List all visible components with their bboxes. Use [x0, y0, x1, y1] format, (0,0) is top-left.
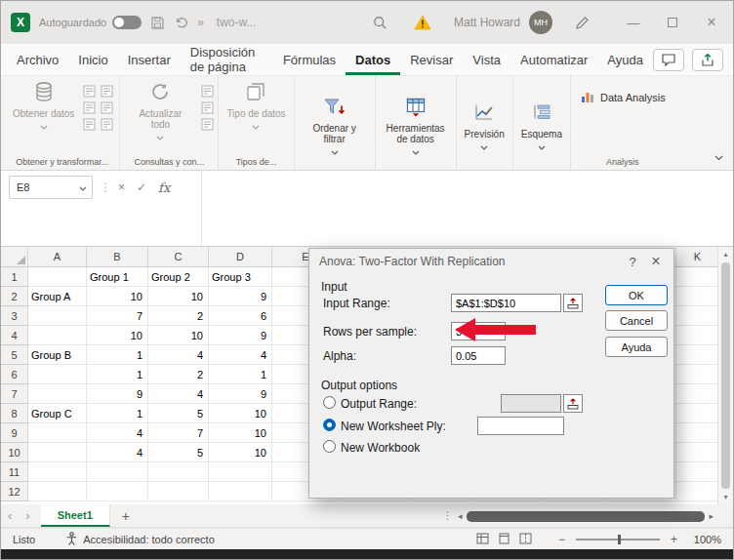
cell-K7[interactable]: [676, 384, 717, 404]
column-header-C[interactable]: C: [148, 247, 209, 267]
cell-B11[interactable]: [87, 462, 148, 482]
menu-tab-automatizar[interactable]: Automatizar: [510, 44, 597, 75]
cell-B8[interactable]: 1: [87, 404, 148, 423]
from-table-icon[interactable]: [83, 85, 98, 98]
cell-K4[interactable]: [676, 326, 717, 345]
cell-K2[interactable]: [676, 287, 717, 306]
cell-A9[interactable]: [28, 423, 87, 443]
cell-A10[interactable]: [28, 443, 87, 462]
cell-A1[interactable]: [28, 267, 87, 287]
insert-function-icon[interactable]: fx: [158, 180, 170, 195]
row-header-1[interactable]: 1: [1, 267, 28, 287]
horizontal-scroll-thumb[interactable]: [467, 511, 706, 522]
menu-tab-insertar[interactable]: Insertar: [118, 44, 181, 75]
menu-tab-datos[interactable]: Datos: [346, 44, 400, 75]
menu-tab-revisar[interactable]: Revisar: [400, 44, 463, 75]
cell-B5[interactable]: 1: [87, 345, 148, 365]
output-range-picker-button[interactable]: [563, 394, 583, 413]
from-web-icon[interactable]: [101, 101, 115, 114]
menu-tab-ayuda[interactable]: Ayuda: [597, 44, 653, 75]
scroll-up-icon[interactable]: ▴: [723, 250, 727, 259]
cell-C12[interactable]: [148, 482, 209, 501]
cell-B10[interactable]: 4: [87, 443, 148, 462]
comments-button[interactable]: [653, 49, 684, 71]
dialog-titlebar[interactable]: Anova: Two-Factor With Replication ? ×: [309, 249, 673, 274]
cell-C1[interactable]: Group 2: [148, 267, 209, 287]
tab-splitter-icon[interactable]: ⋮: [442, 509, 453, 522]
page-layout-view-icon[interactable]: [498, 533, 510, 546]
row-header-5[interactable]: 5: [1, 345, 28, 365]
cell-K9[interactable]: [676, 423, 717, 443]
cell-D12[interactable]: [209, 482, 272, 501]
new-workbook-radio[interactable]: [323, 440, 336, 453]
cell-C10[interactable]: 5: [148, 443, 209, 462]
dialog-close-button[interactable]: ×: [644, 253, 668, 270]
sheet-tab-sheet1[interactable]: Sheet1: [41, 504, 110, 527]
input-range-picker-button[interactable]: [563, 294, 583, 312]
cell-D5[interactable]: 4: [209, 345, 272, 365]
cell-A6[interactable]: [28, 365, 87, 384]
horizontal-scrollbar[interactable]: ◂ ▸: [458, 509, 714, 523]
minimize-button[interactable]: —: [626, 16, 641, 30]
output-range-field[interactable]: [501, 394, 561, 413]
new-worksheet-field[interactable]: [477, 417, 564, 435]
cell-A8[interactable]: Group C: [28, 404, 87, 423]
undo-icon[interactable]: [174, 16, 188, 29]
cell-D2[interactable]: 9: [209, 287, 272, 306]
warning-icon[interactable]: [414, 15, 431, 30]
formula-bar-handle-icon[interactable]: ⋮: [100, 176, 111, 199]
avatar[interactable]: MH: [529, 11, 552, 34]
scroll-left-icon[interactable]: ◂: [458, 511, 463, 521]
cell-B6[interactable]: 1: [87, 365, 148, 384]
refresh-all-button[interactable]: Actualizar todo: [123, 78, 197, 140]
cancel-button[interactable]: Cancel: [605, 310, 668, 331]
cell-D6[interactable]: 1: [209, 365, 272, 384]
user-name[interactable]: Matt Howard: [454, 16, 520, 29]
vertical-scroll-thumb[interactable]: [721, 262, 730, 489]
cell-K3[interactable]: [676, 306, 717, 326]
row-header-10[interactable]: 10: [1, 443, 28, 462]
cell-C7[interactable]: 4: [148, 384, 209, 404]
cell-D3[interactable]: 6: [209, 306, 272, 326]
cell-D4[interactable]: 9: [209, 326, 272, 345]
from-range-icon[interactable]: [83, 118, 98, 131]
scroll-down-icon[interactable]: ▾: [723, 493, 727, 501]
name-box[interactable]: E8: [9, 176, 93, 199]
select-all-button[interactable]: [1, 247, 28, 267]
cell-D8[interactable]: 10: [209, 404, 272, 423]
cell-K10[interactable]: [676, 443, 717, 462]
save-icon[interactable]: [150, 16, 165, 30]
row-header-12[interactable]: 12: [1, 482, 28, 501]
cell-A5[interactable]: Group B: [28, 345, 87, 365]
edit-links-icon[interactable]: [201, 118, 214, 131]
recent-sources-icon[interactable]: [101, 85, 115, 98]
ok-button[interactable]: OK: [605, 285, 668, 305]
cell-A12[interactable]: [28, 482, 87, 501]
pen-icon[interactable]: [575, 16, 590, 30]
cell-A3[interactable]: [28, 306, 87, 326]
cell-B4[interactable]: 10: [87, 326, 148, 345]
document-title[interactable]: two-w...: [217, 16, 257, 29]
confirm-entry-icon[interactable]: ✓: [137, 180, 146, 194]
sort-filter-button[interactable]: Ordenar y filtrar: [298, 93, 372, 155]
row-header-8[interactable]: 8: [1, 404, 28, 423]
zoom-slider[interactable]: [576, 539, 660, 540]
data-tools-button[interactable]: Herramientas de datos: [379, 93, 453, 155]
formula-input[interactable]: [202, 171, 733, 246]
column-header-K[interactable]: K: [676, 247, 717, 267]
page-break-view-icon[interactable]: [519, 533, 532, 546]
cell-A4[interactable]: [28, 326, 87, 345]
row-header-3[interactable]: 3: [1, 306, 28, 326]
cell-K8[interactable]: [676, 404, 717, 423]
column-header-D[interactable]: D: [209, 247, 272, 267]
cell-A11[interactable]: [28, 462, 87, 482]
cell-C6[interactable]: 2: [148, 365, 209, 384]
cell-C5[interactable]: 4: [148, 345, 209, 365]
zoom-level[interactable]: 100%: [688, 534, 721, 545]
zoom-out-button[interactable]: −: [558, 533, 565, 546]
cell-B12[interactable]: [87, 482, 148, 501]
outline-button[interactable]: Esquema: [516, 99, 567, 150]
zoom-in-button[interactable]: +: [671, 533, 677, 546]
cell-D7[interactable]: 9: [209, 384, 272, 404]
zoom-slider-thumb[interactable]: [618, 535, 621, 544]
